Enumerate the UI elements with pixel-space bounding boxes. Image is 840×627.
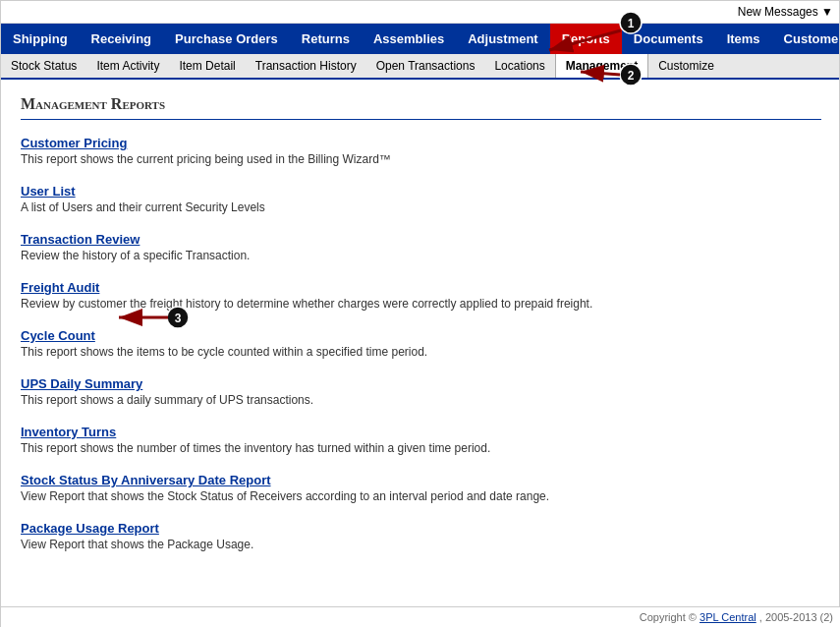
report-link-customer-pricing[interactable]: Customer Pricing (21, 136, 821, 150)
sub-nav-item-customize[interactable]: Customize (648, 54, 724, 78)
sub-nav-item-stock-status[interactable]: Stock Status (1, 54, 86, 78)
report-item: Freight AuditReview by customer the frei… (21, 280, 821, 311)
new-messages-arrow: ▼ (821, 5, 833, 19)
report-item: Customer PricingThis report shows the cu… (21, 136, 821, 166)
main-nav-item-purchase-orders[interactable]: Purchase Orders (163, 24, 290, 54)
report-item: Package Usage ReportView Report that sho… (21, 521, 821, 551)
report-description: View Report that shows the Stock Status … (21, 489, 821, 503)
report-description: View Report that shows the Package Usage… (21, 538, 821, 551)
footer-link[interactable]: 3PL Central (700, 611, 756, 623)
report-link-cycle-count[interactable]: Cycle Count (21, 328, 821, 343)
report-item: Inventory TurnsThis report shows the num… (21, 425, 821, 455)
new-messages-label: New Messages (738, 5, 818, 19)
report-description: This report shows a daily summary of UPS… (21, 393, 821, 407)
copyright-text: Copyright © (640, 611, 700, 623)
page-title: Management Reports (21, 95, 821, 120)
footer: Copyright © 3PL Central , 2005-2013 (2) (1, 606, 840, 627)
report-description: Review the history of a specific Transac… (21, 249, 821, 262)
report-item: User ListA list of Users and their curre… (21, 184, 821, 214)
sub-nav: Stock StatusItem ActivityItem DetailTran… (1, 54, 840, 80)
sub-nav-item-open-transactions[interactable]: Open Transactions (366, 54, 485, 78)
report-item: Transaction ReviewReview the history of … (21, 232, 821, 262)
report-description: This report shows the number of times th… (21, 441, 821, 455)
main-nav-item-documents[interactable]: Documents (622, 24, 715, 54)
sub-nav-item-management[interactable]: Management (555, 54, 648, 78)
report-link-freight-audit[interactable]: Freight Audit (21, 280, 821, 295)
sub-nav-item-locations[interactable]: Locations (484, 54, 554, 78)
report-link-package-usage-report[interactable]: Package Usage Report (21, 521, 821, 536)
main-nav-item-returns[interactable]: Returns (290, 24, 362, 54)
report-link-inventory-turns[interactable]: Inventory Turns (21, 425, 821, 439)
main-nav-item-shipping[interactable]: Shipping (1, 24, 80, 54)
top-bar: New Messages ▼ (1, 1, 840, 24)
main-nav-item-assemblies[interactable]: Assemblies (362, 24, 456, 54)
main-nav-item-adjustment[interactable]: Adjustment (456, 24, 550, 54)
report-link-ups-daily-summary[interactable]: UPS Daily Summary (21, 376, 821, 391)
main-nav-item-receiving[interactable]: Receiving (80, 24, 163, 54)
page-content: Management Reports Customer PricingThis … (1, 80, 840, 585)
outer-wrapper: New Messages ▼ ShippingReceivingPurchase… (1, 1, 840, 585)
report-link-stock-status-by-anniversary-date-report[interactable]: Stock Status By Anniversary Date Report (21, 473, 821, 487)
footer-years-text: 2005-2013 (2) (765, 611, 833, 623)
report-description: A list of Users and their current Securi… (21, 200, 821, 214)
main-nav: ShippingReceivingPurchase OrdersReturnsA… (1, 24, 840, 54)
report-link-transaction-review[interactable]: Transaction Review (21, 232, 821, 247)
report-item: Stock Status By Anniversary Date ReportV… (21, 473, 821, 503)
report-description: This report shows the current pricing be… (21, 152, 821, 166)
report-item: UPS Daily SummaryThis report shows a dai… (21, 376, 821, 407)
reports-container: Customer PricingThis report shows the cu… (21, 136, 821, 551)
main-nav-item-customer[interactable]: Customer (772, 24, 840, 54)
sub-nav-item-transaction-history[interactable]: Transaction History (246, 54, 366, 78)
main-nav-item-items[interactable]: Items (715, 24, 772, 54)
sub-nav-item-item-detail[interactable]: Item Detail (169, 54, 245, 78)
main-nav-item-reports[interactable]: Reports (550, 24, 622, 54)
report-item: Cycle CountThis report shows the items t… (21, 328, 821, 359)
report-link-user-list[interactable]: User List (21, 184, 821, 199)
report-description: This report shows the items to be cycle … (21, 345, 821, 359)
sub-nav-item-item-activity[interactable]: Item Activity (86, 54, 169, 78)
report-description: Review by customer the freight history t… (21, 297, 821, 311)
